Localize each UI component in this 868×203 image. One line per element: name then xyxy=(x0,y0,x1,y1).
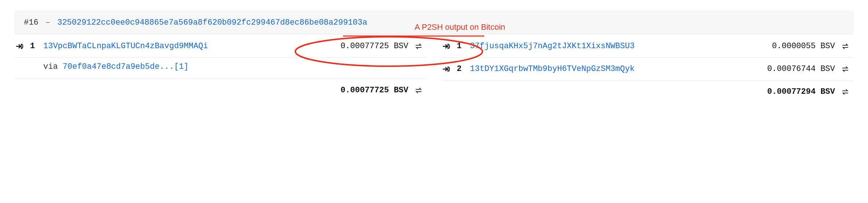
swap-icon[interactable] xyxy=(413,87,424,94)
output-address-link[interactable]: 37fjusqaKHx5j7nAg2tJXKt1XixsNWBSU3 xyxy=(470,42,635,51)
input-via-link[interactable]: 70ef0a47e8cd7a9eb5de...[1] xyxy=(63,62,189,71)
outputs-column: 1 37fjusqaKHx5j7nAg2tJXKt1XixsNWBSU3 0.0… xyxy=(441,35,853,103)
tx-hash-link[interactable]: 325029122cc0ee0c948865e7a569a8f620b092fc… xyxy=(57,18,367,27)
swap-icon[interactable] xyxy=(840,43,850,50)
swap-icon[interactable] xyxy=(840,89,850,95)
output-index: 2 xyxy=(457,64,465,74)
output-address-link[interactable]: 13tDY1XGqrbwTMb9byH6TVeNpGzSM3mQyk xyxy=(470,64,635,74)
output-amount: 0.0000055 BSV xyxy=(772,42,835,51)
inputs-total-row: 0.00077725 BSV xyxy=(15,79,427,102)
outputs-total: 0.00077294 BSV xyxy=(767,87,835,96)
inputs-total: 0.00077725 BSV xyxy=(340,86,408,95)
output-row: 1 37fjusqaKHx5j7nAg2tJXKt1XixsNWBSU3 0.0… xyxy=(441,35,853,58)
input-row: 1 13VpcBWTaCLnpaKLGTUCn4zBavgd9MMAQi 0.0… xyxy=(15,35,427,58)
output-arrow-icon xyxy=(441,66,452,72)
outputs-total-row: 0.00077294 BSV xyxy=(441,81,853,103)
input-arrow-icon xyxy=(15,43,25,50)
swap-icon[interactable] xyxy=(840,66,850,72)
tx-dash: – xyxy=(45,18,50,27)
output-index: 1 xyxy=(457,42,465,51)
inputs-column: 1 13VpcBWTaCLnpaKLGTUCn4zBavgd9MMAQi 0.0… xyxy=(15,35,427,102)
swap-icon[interactable] xyxy=(413,43,424,50)
input-via: via 70ef0a47e8cd7a9eb5de...[1] xyxy=(15,58,427,79)
tx-index: #16 xyxy=(24,18,39,27)
output-amount: 0.00076744 BSV xyxy=(767,64,835,74)
tx-header: #16 – 325029122cc0ee0c948865e7a569a8f620… xyxy=(15,11,853,34)
via-label: via xyxy=(43,62,58,71)
input-address-link[interactable]: 13VpcBWTaCLnpaKLGTUCn4zBavgd9MMAQi xyxy=(43,42,208,51)
output-arrow-icon xyxy=(441,43,452,50)
output-row: 2 13tDY1XGqrbwTMb9byH6TVeNpGzSM3mQyk 0.0… xyxy=(441,58,853,81)
input-index: 1 xyxy=(30,42,38,51)
input-amount: 0.00077725 BSV xyxy=(340,42,408,51)
